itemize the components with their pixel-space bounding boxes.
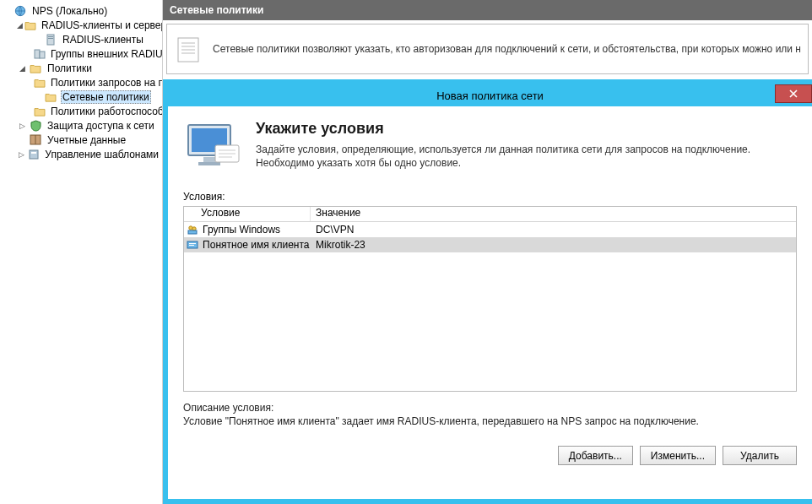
- tree-item-policies-root[interactable]: ◢ Политики: [15, 61, 162, 75]
- tree-label: Управление шаблонами: [43, 149, 160, 160]
- dialog-heading: Укажите условия: [256, 120, 797, 138]
- tree-item-radius-clients[interactable]: RADIUS-клиенты: [30, 32, 162, 46]
- tree-label: Политики запросов на подключени: [49, 77, 163, 89]
- spacer: [17, 135, 27, 145]
- edit-button[interactable]: Изменить...: [640, 446, 716, 465]
- windows-groups-icon: [186, 223, 199, 236]
- table-header: Условие Значение: [184, 207, 796, 222]
- tree-item-health-policies[interactable]: Политики работоспособности: [30, 104, 162, 118]
- svg-rect-28: [189, 245, 194, 246]
- tree-item-radius-root[interactable]: ◢ RADIUS-клиенты и серверы: [15, 18, 162, 32]
- server-icon: [44, 33, 57, 46]
- tree-label: Политики: [46, 62, 94, 74]
- content-header: Сетевые политики: [163, 0, 812, 20]
- dialog-subtitle: Задайте условия, определяющие, используе…: [256, 143, 797, 170]
- row-name: Группы Windows: [203, 224, 280, 236]
- collapse-icon[interactable]: ◢: [17, 20, 23, 30]
- content-description: Сетевые политики позволяют указать, кто …: [166, 24, 809, 74]
- dialog-new-network-policy: Новая политика сети: [163, 79, 812, 504]
- tree-item-request-policies[interactable]: Политики запросов на подключени: [30, 75, 162, 89]
- svg-rect-5: [40, 51, 45, 58]
- expand-icon: [2, 6, 12, 16]
- conditions-table[interactable]: Условие Значение Группы Windows DC\VPN: [183, 206, 797, 392]
- svg-rect-8: [30, 150, 38, 159]
- tree-label: Группы внешних RADIUS-серверов: [49, 48, 163, 60]
- client-name-icon: [186, 238, 199, 252]
- svg-rect-17: [203, 157, 215, 162]
- folder-icon: [24, 19, 36, 32]
- close-icon: [789, 89, 798, 98]
- svg-rect-1: [47, 35, 54, 45]
- folder-icon: [29, 62, 42, 75]
- folder-icon: [44, 90, 57, 104]
- table-row[interactable]: Понятное имя клиента Mikrotik-23: [184, 237, 796, 252]
- collapse-icon[interactable]: ◢: [17, 63, 27, 73]
- condition-description-title: Описание условия:: [183, 402, 797, 414]
- tree-label: Защита доступа к сети: [46, 120, 156, 132]
- tree-label: Сетевые политики: [61, 90, 151, 104]
- expand-icon[interactable]: ▷: [17, 149, 26, 160]
- globe-icon: [14, 4, 27, 18]
- svg-rect-18: [198, 162, 220, 165]
- folder-icon: [34, 105, 46, 118]
- add-button[interactable]: Добавить...: [558, 446, 633, 465]
- tree-label: RADIUS-клиенты: [61, 34, 145, 46]
- book-icon: [29, 133, 42, 147]
- folder-icon: [34, 76, 46, 89]
- dialog-body: Укажите условия Задайте условия, определ…: [168, 106, 812, 499]
- tree-item-nap[interactable]: ▷ Защита доступа к сети: [15, 118, 162, 133]
- tree-label: Учетные данные: [46, 134, 127, 146]
- spacer: [32, 35, 42, 45]
- templates-icon: [28, 148, 40, 161]
- tree-item-accounting[interactable]: Учетные данные: [15, 133, 162, 147]
- tree-label: Политики работоспособности: [49, 106, 163, 117]
- expand-icon[interactable]: ▷: [17, 121, 27, 131]
- dialog-titlebar[interactable]: Новая политика сети: [168, 84, 812, 106]
- svg-rect-27: [189, 243, 196, 244]
- svg-rect-2: [48, 36, 53, 37]
- col-condition[interactable]: Условие: [184, 207, 311, 221]
- close-button[interactable]: [775, 84, 812, 103]
- tree-label: NPS (Локально): [30, 5, 109, 17]
- table-row[interactable]: Группы Windows DC\VPN: [184, 222, 796, 237]
- spacer: [32, 92, 42, 102]
- content-description-text: Сетевые политики позволяют указать, кто …: [213, 43, 801, 55]
- condition-description-text: Условие "Понятное имя клиента" задает им…: [183, 415, 797, 427]
- svg-rect-4: [35, 50, 40, 58]
- svg-rect-25: [188, 230, 197, 234]
- monitor-icon: [183, 120, 242, 171]
- tree-label: RADIUS-клиенты и серверы: [40, 19, 163, 31]
- server-group-icon: [34, 47, 46, 61]
- tree-item-radius-groups[interactable]: Группы внешних RADIUS-серверов: [30, 46, 162, 61]
- content-area: Сетевые политики Сетевые политики позвол…: [163, 0, 812, 504]
- conditions-label-text: Условия:: [183, 191, 225, 203]
- shield-icon: [29, 119, 42, 133]
- svg-rect-3: [48, 38, 53, 39]
- conditions-label: Условия:: [183, 191, 797, 203]
- content-header-title: Сетевые политики: [170, 4, 263, 16]
- row-value: Mikrotik-23: [311, 239, 796, 251]
- tree-item-templates[interactable]: ▷ Управление шаблонами: [15, 147, 162, 161]
- row-name: Понятное имя клиента: [203, 239, 309, 251]
- page-list-icon: [174, 34, 204, 64]
- tree-root-nps[interactable]: NPS (Локально): [0, 3, 162, 18]
- col-value[interactable]: Значение: [311, 207, 796, 221]
- remove-button[interactable]: Удалить: [723, 446, 797, 465]
- dialog-title: Новая политика сети: [436, 89, 544, 102]
- tree-item-network-policies[interactable]: Сетевые политики: [30, 89, 162, 104]
- svg-rect-9: [31, 152, 36, 154]
- row-value: DC\VPN: [311, 224, 796, 236]
- navigation-tree: NPS (Локально) ◢ RADIUS-клиенты и сервер…: [0, 0, 163, 504]
